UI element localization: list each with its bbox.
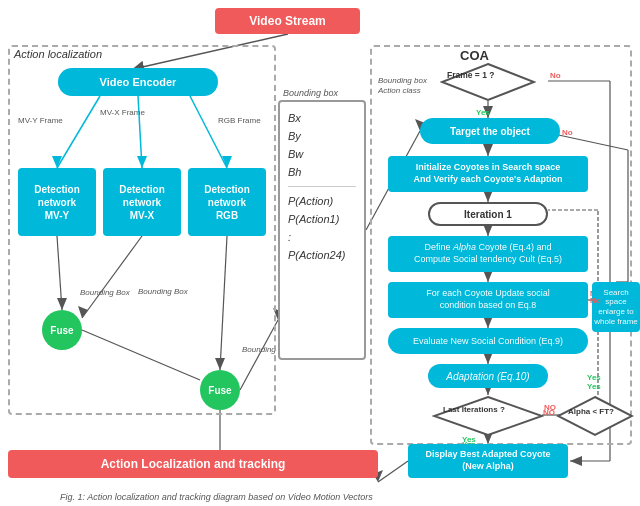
video-stream-label: Video Stream: [249, 14, 325, 28]
no-foreach-label: No: [590, 296, 601, 305]
svg-marker-62: [442, 64, 534, 100]
alpha-ft-diamond-svg: [556, 395, 634, 437]
target-object-block: Target the object: [420, 118, 560, 144]
last-iter-diamond-svg: [432, 395, 544, 437]
target-object-label: Target the object: [450, 126, 530, 137]
frame-diamond-svg: [440, 62, 536, 102]
alpha-ft-diamond-container: [556, 395, 634, 437]
init-coyotes-block: Initialize Coyotes in Search spaceAnd Ve…: [388, 156, 588, 192]
search-space-label: Search space enlarge to whole frame: [594, 288, 638, 326]
fuse-2-label: Fuse: [208, 385, 231, 396]
detection-mv-x-block: DetectionnetworkMV-X: [103, 168, 181, 236]
define-alpha-label: Define Alpha Coyote (Eq.4) andCompute So…: [414, 242, 562, 265]
evaluate-social-block: Evaluate New Social Condition (Eq.9): [388, 328, 588, 354]
search-space-block: Search space enlarge to whole frame: [592, 282, 640, 332]
yes-alpha-label: Yes: [587, 382, 601, 391]
adaptation-block: Adaptation (Eq.10): [428, 364, 548, 388]
bb-by: By: [288, 130, 301, 142]
diagram-container: Bounding Box Bounding Box Bounding Box B…: [0, 0, 640, 506]
svg-line-57: [378, 461, 408, 482]
detection-mv-y-block: DetectionnetworkMV-Y: [18, 168, 96, 236]
video-stream-banner: Video Stream: [215, 8, 360, 34]
video-encoder-block: Video Encoder: [58, 68, 218, 96]
svg-marker-64: [558, 397, 632, 435]
mv-x-frame-label: MV-X Frame: [100, 108, 145, 117]
video-encoder-label: Video Encoder: [100, 76, 177, 88]
bb-dots: :: [288, 231, 291, 243]
adaptation-label: Adaptation (Eq.10): [446, 371, 529, 382]
fuse-circle-1: Fuse: [42, 310, 82, 350]
coa-label: COA: [460, 48, 489, 63]
fuse-1-label: Fuse: [50, 325, 73, 336]
display-best-label: Display Best Adapted Coyote(New Alpha): [425, 449, 550, 472]
iteration-label: Iteration 1: [464, 209, 512, 220]
no-target-label: No: [562, 128, 573, 137]
frame-diamond-container: [440, 62, 536, 102]
bb-bh: Bh: [288, 166, 301, 178]
action-tracking-banner: Action Localization and tracking: [8, 450, 378, 478]
bb-divider: [288, 186, 356, 187]
svg-marker-63: [434, 397, 542, 435]
bounding-box-area: Bx By Bw Bh P(Action) P(Action1) : P(Act…: [278, 100, 366, 360]
for-each-coyote-label: For each Coyote Update socialcondition b…: [426, 288, 550, 311]
action-tracking-label: Action Localization and tracking: [101, 457, 286, 471]
bb-bx: Bx: [288, 112, 301, 124]
caption-text: Fig. 1: Action localization and tracking…: [60, 492, 373, 502]
rgb-frame-label: RGB Frame: [218, 116, 261, 125]
bounding-box-title: Bounding box: [283, 88, 338, 98]
fuse-circle-2: Fuse: [200, 370, 240, 410]
bb-action1: P(Action1): [288, 213, 339, 225]
for-each-coyote-block: For each Coyote Update socialcondition b…: [388, 282, 588, 318]
bb-action24: P(Action24): [288, 249, 345, 261]
define-alpha-block: Define Alpha Coyote (Eq.4) andCompute So…: [388, 236, 588, 272]
no-lastiter-label: NO: [543, 408, 555, 417]
last-iter-diamond-container: [432, 395, 544, 437]
detection-rgb-block: DetectionnetworkRGB: [188, 168, 266, 236]
display-best-block: Display Best Adapted Coyote(New Alpha): [408, 444, 568, 478]
init-coyotes-label: Initialize Coyotes in Search spaceAnd Ve…: [414, 162, 563, 185]
iteration-block: Iteration 1: [428, 202, 548, 226]
action-localization-label: Action localization: [14, 48, 102, 60]
mv-y-frame-label: MV-Y Frame: [18, 116, 63, 125]
evaluate-social-label: Evaluate New Social Condition (Eq.9): [413, 336, 563, 346]
bb-action: P(Action): [288, 195, 333, 207]
bb-bw: Bw: [288, 148, 303, 160]
svg-marker-31: [570, 456, 582, 466]
